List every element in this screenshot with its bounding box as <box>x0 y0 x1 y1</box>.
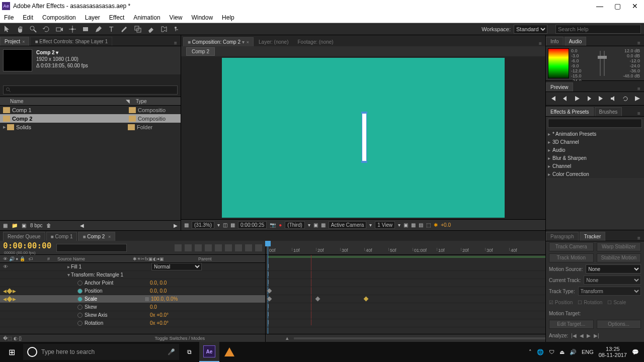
time-display[interactable]: 0:00:00:25 <box>238 221 267 229</box>
draft3d-icon[interactable] <box>185 244 192 251</box>
guides-icon[interactable]: ▦ <box>321 222 326 228</box>
timeline-search[interactable] <box>56 244 127 252</box>
project-item-solids[interactable]: ▸ Solids Folder <box>0 123 181 131</box>
layer-transform[interactable]: ▾ Transform: Rectangle 1 <box>0 271 265 279</box>
tray-safely-remove-icon[interactable]: ⏏ <box>559 349 565 355</box>
prop-scale[interactable]: ◀▶ Scale ⊞ 100.0, 0.0% <box>0 295 265 303</box>
panel-menu-icon[interactable]: ≡ <box>171 40 181 46</box>
analyze-step-back-icon[interactable]: ◀ <box>580 333 584 338</box>
prev-frame-icon[interactable] <box>561 95 569 102</box>
effect-category[interactable]: ▸Channel <box>546 162 644 170</box>
rotate-tool-icon[interactable] <box>42 25 50 33</box>
options-button[interactable]: Options... <box>597 320 641 329</box>
panel-menu-icon[interactable]: ≡ <box>634 40 644 46</box>
rect-tool-icon[interactable] <box>82 25 90 33</box>
tray-chevron-icon[interactable]: ˄ <box>529 349 532 355</box>
puppet-tool-icon[interactable] <box>173 25 181 33</box>
exposure-reset-icon[interactable]: ✱ <box>434 222 438 228</box>
interpret-icon[interactable]: ▦ <box>3 223 8 228</box>
taskbar-search[interactable]: Type here to search 🎤 <box>23 344 179 360</box>
exposure-value[interactable]: +0.0 <box>441 222 451 228</box>
first-frame-icon[interactable] <box>549 95 556 102</box>
grid-icon[interactable]: ▦ <box>184 222 189 228</box>
stopwatch-icon[interactable] <box>77 281 83 286</box>
fast-preview-icon[interactable]: ▦ <box>411 222 416 228</box>
mute-icon[interactable] <box>610 95 617 102</box>
last-frame-icon[interactable] <box>598 95 605 102</box>
graph-editor-icon[interactable] <box>235 244 242 251</box>
next-frame-icon[interactable] <box>586 95 593 102</box>
stopwatch-icon[interactable] <box>77 297 83 302</box>
stopwatch-icon[interactable] <box>77 289 83 294</box>
timeline-icon[interactable]: ▤ <box>419 222 423 228</box>
composition-viewer[interactable] <box>181 56 545 219</box>
project-item-comp1[interactable]: Comp 1 Compositio <box>0 106 181 114</box>
tab-brushes[interactable]: Brushes <box>595 107 622 116</box>
edit-target-button[interactable]: Edit Target... <box>549 320 594 329</box>
maximize-button[interactable]: ▢ <box>614 2 621 10</box>
menu-file[interactable]: File <box>4 14 14 21</box>
project-item-comp2[interactable]: Comp 2 Compositio <box>0 114 181 123</box>
tab-comp2[interactable]: ■ Comp 2 × <box>78 232 115 241</box>
warp-stabilizer-button[interactable]: Warp Stabilizer <box>597 242 641 251</box>
current-track-select[interactable]: None <box>584 276 641 285</box>
prop-rotation[interactable]: Rotation 0x +0.0° <box>0 319 265 327</box>
toggle-switches-icon[interactable]: �⬚ ◐ {} <box>3 336 22 341</box>
panel-menu-icon[interactable]: ≡ <box>634 235 644 241</box>
brush-tool-icon[interactable] <box>121 25 129 33</box>
tab-tracker[interactable]: Tracker <box>580 232 606 241</box>
views-select[interactable]: 1 View <box>375 221 395 229</box>
track-motion-button[interactable]: Track Motion <box>549 253 594 262</box>
keyframe-icon[interactable] <box>267 289 272 294</box>
position-check[interactable]: ☑ Position <box>549 300 573 305</box>
tab-composition[interactable]: ■ Composition: Comp 2 ▾× <box>183 37 254 46</box>
effect-category[interactable]: ▸Color Correction <box>546 170 644 178</box>
anchor-tool-icon[interactable] <box>68 25 76 33</box>
tray-lang[interactable]: ENG <box>582 349 594 355</box>
tab-paragraph[interactable]: Paragraph <box>546 232 579 241</box>
scroll-left-icon[interactable]: ◀ <box>80 223 84 228</box>
keyframe-nav-icon[interactable] <box>7 288 12 294</box>
analyze-fwd-icon[interactable]: ▶| <box>594 333 599 338</box>
taskbar-app-vlc[interactable] <box>219 342 239 362</box>
menu-bar[interactable]: File Edit Composition Layer Effect Anima… <box>0 12 644 23</box>
prop-position[interactable]: ◀▶ Position 0.0, 0.0 <box>0 287 265 295</box>
frame-blend-icon[interactable] <box>205 244 212 251</box>
scroll-right-icon[interactable]: ▶ <box>174 223 178 228</box>
quality-select[interactable]: (Third) <box>285 221 304 229</box>
breadcrumb-comp2[interactable]: Comp 2 <box>186 47 215 56</box>
track-type-select[interactable]: Transform <box>578 287 641 296</box>
minimize-button[interactable]: — <box>596 2 603 10</box>
res-icon[interactable]: ◫ <box>223 222 227 228</box>
track-camera-button[interactable]: Track Camera <box>549 242 594 251</box>
bpc-toggle[interactable]: 8 bpc <box>30 223 42 228</box>
blend-mode-select[interactable]: Normal <box>151 263 202 270</box>
stopwatch-icon[interactable] <box>77 313 83 318</box>
zoom-select[interactable]: (31.3%) <box>192 221 214 229</box>
workspace-select[interactable]: Standard <box>514 25 547 34</box>
tray-time[interactable]: 13:25 <box>599 346 627 352</box>
keyframe-icon[interactable] <box>267 297 272 302</box>
comp-mini-flowchart-icon[interactable] <box>175 244 182 251</box>
layer-fill[interactable]: 👁 ▸ Fill 1 Normal <box>0 263 265 271</box>
panel-menu-icon[interactable]: ≡ <box>535 41 545 46</box>
camera-tool-icon[interactable] <box>55 25 63 33</box>
play-icon[interactable] <box>574 95 581 102</box>
auto-keyframe-icon[interactable] <box>245 244 252 251</box>
effects-search[interactable] <box>548 119 642 128</box>
eraser-tool-icon[interactable] <box>147 25 155 33</box>
tray-notifications-icon[interactable]: 💬 <box>632 349 639 355</box>
mic-icon[interactable]: 🎤 <box>168 348 175 355</box>
tray-volume-icon[interactable]: 🔊 <box>570 349 577 355</box>
menu-window[interactable]: Window <box>191 14 213 21</box>
channel-icon[interactable]: ● <box>279 222 282 228</box>
new-folder-icon[interactable]: 📁 <box>12 223 18 228</box>
timeline-columns[interactable]: 👁 🔊 ● 🔒 🏷 # Source Name ✱☀✂fx▣◐●▣ Parent <box>0 255 265 263</box>
tab-render-queue[interactable]: Render Queue <box>3 232 45 241</box>
clone-tool-icon[interactable] <box>134 25 142 33</box>
current-timecode[interactable]: 0:00:00:00 <box>3 241 51 250</box>
roto-tool-icon[interactable] <box>160 25 168 33</box>
transparency-icon[interactable]: ▦ <box>230 222 235 228</box>
tab-layer[interactable]: Layer: (none) <box>255 38 292 46</box>
stopwatch-icon[interactable] <box>77 305 83 310</box>
